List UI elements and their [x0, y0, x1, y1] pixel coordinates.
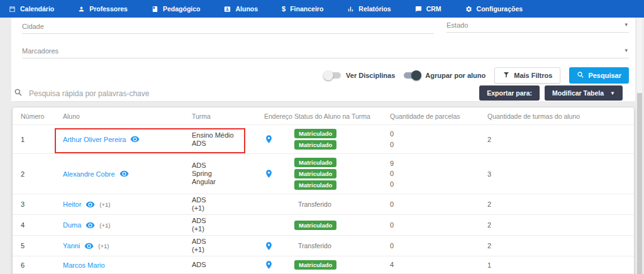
cell-status: Matriculado [286, 258, 382, 271]
nav-item-calendario[interactable]: Calendário [9, 5, 54, 13]
nav-item-alunos[interactable]: Alunos [224, 5, 258, 13]
turma-line: Angular [192, 178, 256, 186]
cell-numero: 3 [13, 200, 55, 208]
table-row: 5Yanni(+1)ADS(+1)Transferido02 [13, 235, 634, 256]
export-buttons: Exportar para: Modificar Tabela ▼ [479, 85, 623, 101]
cell-qtd-turmas: 2 [479, 200, 634, 208]
cidade-field[interactable]: Cidade [22, 20, 434, 34]
turma-line: ADS [192, 238, 256, 246]
exportar-para-button[interactable]: Exportar para: [479, 85, 540, 101]
extra-students-count: (+1) [99, 201, 110, 208]
column-header-aluno: Aluno [55, 112, 184, 120]
quick-search-field[interactable] [14, 85, 519, 102]
modificar-tabela-button[interactable]: Modificar Tabela ▼ [545, 85, 623, 101]
parcelas-line: 0 [390, 140, 479, 150]
eye-icon[interactable] [119, 169, 129, 178]
pesquisar-label: Pesquisar [588, 72, 621, 79]
filter-panel: Cidade Estado ▾ Marcadores ▾ Ver Discipl… [11, 18, 635, 101]
parcelas-line: 9 [390, 158, 479, 169]
toggle-knob [323, 70, 333, 80]
table-row: 1Arthur Oliver PereiraEnsino MédioADSMat… [13, 124, 634, 153]
nav-item-label: CRM [426, 5, 441, 13]
cell-turma: ADSSpringAngular [184, 162, 256, 186]
nav-item-pedagogico[interactable]: Pedagógico [152, 5, 201, 13]
cell-turma: ADS(+1) [184, 238, 256, 254]
cell-parcelas: 0 [382, 199, 479, 210]
filter-funnel-icon [502, 71, 510, 80]
extra-students-count: (+1) [98, 243, 109, 249]
cell-parcelas: 00 [382, 129, 479, 150]
quick-search-input[interactable] [29, 89, 519, 98]
marcadores-select[interactable]: Marcadores ▾ [22, 45, 629, 58]
ver-disciplinas-label: Ver Disciplinas [346, 72, 395, 79]
pesquisar-button[interactable]: Pesquisar [569, 67, 629, 84]
estado-label: Estado [447, 21, 468, 29]
column-header-status: Status do Aluno na Turma [286, 112, 382, 120]
toggle-track [404, 72, 420, 79]
nav-item-label: Relatórios [358, 5, 391, 13]
status-badge: Matriculado [294, 129, 336, 138]
scrollbar-thumb[interactable] [637, 93, 642, 274]
status-badge: Matriculado [294, 221, 336, 230]
marcadores-label: Marcadores [22, 47, 58, 55]
nav-item-label: Alunos [235, 5, 258, 13]
teacher-icon [78, 6, 85, 13]
search-icon [577, 71, 584, 80]
cell-qtd-turmas: 2 [479, 221, 634, 229]
cell-qtd-turmas: 2 [479, 136, 634, 143]
student-name-link[interactable]: Heitor [63, 200, 81, 208]
turma-line: Spring [192, 170, 256, 178]
cell-turma: ADS(+1) [184, 217, 256, 233]
cell-qtd-turmas: 3 [479, 170, 634, 178]
eye-icon[interactable] [84, 241, 94, 251]
cell-aluno: Arthur Oliver Pereira [55, 134, 184, 144]
extra-students-count: (+1) [99, 222, 110, 229]
eye-icon[interactable] [130, 134, 140, 144]
nav-item-relatorios[interactable]: Relatórios [347, 5, 391, 13]
turma-line: (+1) [192, 204, 256, 212]
student-name-link[interactable]: Yanni [63, 242, 80, 249]
cell-numero: 1 [13, 136, 55, 143]
location-pin-icon[interactable] [264, 169, 286, 178]
estado-select[interactable]: Estado ▾ [447, 19, 629, 33]
scrollbar-track[interactable] [637, 18, 642, 274]
nav-item-label: Financeiro [290, 5, 323, 13]
parcelas-line: 0 [390, 241, 479, 251]
student-name-link[interactable]: Alexandre Cobre [63, 170, 115, 178]
location-pin-icon[interactable] [264, 260, 286, 270]
table-row: 3Heitor(+1)ADS(+1)Transferido02 [13, 194, 634, 214]
cell-status: MatriculadoMatriculado [286, 127, 382, 151]
cell-aluno: Duma(+1) [55, 221, 184, 230]
cidade-label: Cidade [22, 23, 44, 30]
parcelas-line: 0 [390, 199, 479, 210]
nav-item-configuracoes[interactable]: Configurações [465, 5, 523, 13]
mais-filtros-button[interactable]: Mais Filtros [494, 67, 560, 84]
cell-qtd-turmas: 1 [479, 261, 634, 269]
gear-icon [465, 6, 472, 13]
eye-icon[interactable] [86, 200, 95, 209]
cell-aluno: Yanni(+1) [55, 241, 184, 251]
student-name-link[interactable]: Marcos Mario [63, 261, 105, 269]
nav-item-crm[interactable]: CRM [415, 5, 441, 13]
cell-numero: 4 [13, 221, 55, 229]
students-icon [224, 6, 231, 13]
nav-item-financeiro[interactable]: $Financeiro [282, 5, 323, 13]
ver-disciplinas-toggle[interactable]: Ver Disciplinas [325, 72, 395, 79]
location-pin-icon[interactable] [264, 241, 286, 251]
turma-line: (+1) [192, 225, 256, 233]
chevron-down-icon: ▾ [625, 21, 628, 28]
student-name-link[interactable]: Arthur Oliver Pereira [63, 136, 126, 143]
cell-parcelas: 0 [382, 241, 479, 251]
nav-item-professores[interactable]: Professores [78, 5, 128, 13]
cell-numero: 2 [13, 170, 55, 178]
book-icon [152, 6, 158, 13]
parcelas-line: 0 [390, 168, 479, 179]
location-pin-icon[interactable] [264, 134, 286, 144]
parcelas-line: 0 [390, 129, 479, 140]
eye-icon[interactable] [86, 221, 95, 230]
mais-filtros-label: Mais Filtros [514, 72, 552, 79]
parcelas-line: 0 [390, 220, 479, 231]
student-name-link[interactable]: Duma [63, 221, 81, 229]
agrupar-por-aluno-toggle[interactable]: Agrupar por aluno [404, 72, 486, 79]
calendar-icon [9, 6, 16, 13]
